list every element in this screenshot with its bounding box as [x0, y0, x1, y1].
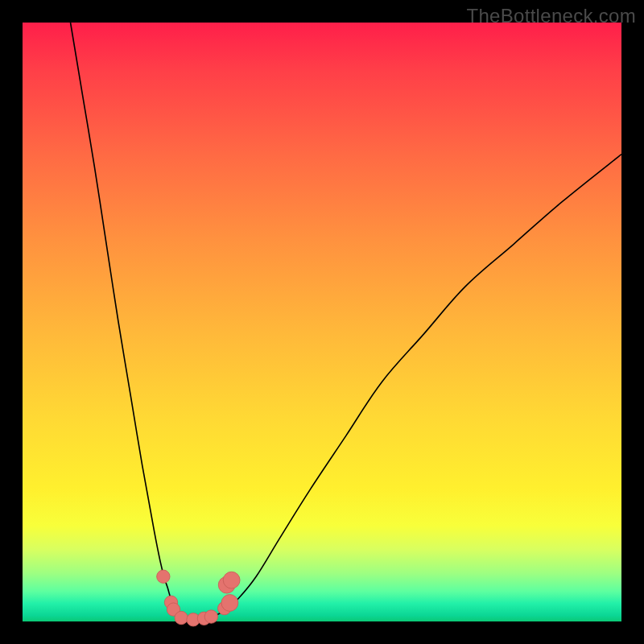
marker-dots [157, 570, 240, 626]
marker-dot [223, 572, 240, 588]
marker-dot [157, 570, 170, 583]
chart-frame: TheBottleneck.com [0, 0, 644, 644]
marker-dot [204, 610, 217, 623]
marker-dot [221, 595, 238, 612]
marker-dot [175, 611, 188, 624]
plot-area [23, 23, 621, 621]
bottleneck-curve [71, 23, 621, 620]
watermark-text: TheBottleneck.com [466, 5, 636, 27]
curve-svg [23, 23, 621, 621]
